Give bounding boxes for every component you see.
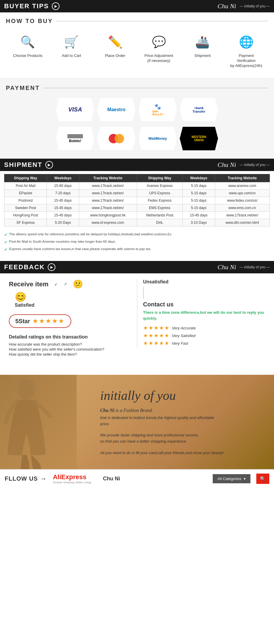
how-to-buy-title: HOW TO BUY	[6, 18, 268, 24]
search-button[interactable]: 🔍	[256, 474, 269, 484]
note-2: ✔ Post Air Mail to South Amerian countri…	[4, 239, 270, 246]
step-shipment: 🚢 Shipment	[186, 33, 219, 58]
feedback-left-col: Receive item ↙ ↗ 😕 😊 Satisfied 5Star ★★★…	[9, 279, 131, 357]
table-row: EPacket 7-20 days www.17track.net/en/ UP…	[4, 189, 270, 197]
cell: 15-60 days	[47, 182, 79, 189]
table-header-row: Shipping Way Weekdays Tracking Website S…	[4, 174, 270, 182]
cell: www.sf-express.com	[79, 219, 137, 226]
qiwi-label: QIWIWALLET	[152, 110, 163, 116]
step-add-to-cart: 🛒 Add to Cart	[55, 33, 88, 58]
play-button[interactable]: ▶	[52, 2, 60, 10]
shipment-header: SHIPMENT ▶ Chu Ni — initially of you —	[0, 159, 274, 171]
check-icon-2: ✔	[4, 239, 8, 246]
receive-item-label: Receive item	[9, 280, 49, 288]
cell: EPacket	[4, 189, 47, 197]
choose-products-label: Choose Products	[13, 53, 42, 58]
shipment-notes: ✔ The dilivery speed only for reference,…	[0, 229, 274, 255]
qiwi-icon: 🐾	[154, 104, 161, 110]
shipment-table-wrap: Shipping Way Weekdays Tracking Website S…	[0, 171, 274, 229]
five-star-label: 5Star	[15, 318, 30, 325]
cell: Fedex Express	[137, 197, 183, 204]
aliexpress-name: AliExpress	[53, 473, 86, 481]
feedback-inner: Receive item ↙ ↗ 😕 😊 Satisfied 5Star ★★★…	[0, 273, 274, 368]
shipment-play-button[interactable]: ▶	[45, 161, 53, 169]
vertical-line	[143, 287, 143, 299]
cell: Netherlands Post	[137, 211, 183, 219]
payment-verification-label: Payment Verificationby AliExpress(24h)	[230, 53, 263, 68]
feedback-header: FEEDBACK ▶ Chu Ni — initially of you —	[0, 261, 274, 273]
check-icon-3: ✔	[4, 246, 8, 253]
feedback-brand-logo: Chu Ni	[217, 263, 236, 271]
payment-title: PAYMENT	[6, 85, 268, 91]
detailed-ratings: Detailed ratings on this transaction How…	[9, 334, 131, 356]
five-star-section: 5Star ★★★★★	[9, 311, 131, 331]
step-place-order: ✏️ Place Order	[99, 33, 131, 58]
add-to-cart-label: Add to Cart	[62, 53, 81, 58]
cell: 5-15 days	[183, 197, 215, 204]
col-weekdays-2: Weekdays	[183, 174, 215, 182]
col-tracking-2: Tracking Website	[215, 174, 270, 182]
maestro-logo: Maestro	[107, 107, 125, 112]
label-very-fast: Very Fast	[172, 341, 188, 346]
arrow-down-left: ↙	[55, 282, 58, 286]
step-price-adjustment: 💬 Price Adjustment(if necessary)	[143, 33, 175, 63]
payment-verification-icon: 🌐	[237, 33, 255, 51]
shipment-brand-tagline: — initially of you —	[240, 163, 270, 167]
rating-question-3: How quickly did the seller ship the item…	[9, 352, 131, 356]
satisfied-emoji: 😊	[15, 291, 27, 303]
note-text-2: Post Air Mail to South Amerian countries…	[9, 239, 116, 245]
qiwi-content: 🐾 QIWIWALLET	[152, 104, 163, 116]
satisfied-section: 😊 Satisfied	[15, 291, 131, 308]
table-row: Post Air Mail 15-60 days www.17track.net…	[4, 182, 270, 189]
boleto-barcode	[68, 134, 82, 138]
cell: SF Express	[4, 219, 47, 226]
follow-us-arrow: →	[39, 474, 47, 483]
stars-accurate: ★★★★★	[143, 325, 170, 331]
price-adjustment-icon: 💬	[150, 33, 168, 51]
bank-transfer-hex: ≡bankTransfer	[180, 98, 218, 121]
cell: 15-45 days	[47, 197, 79, 204]
table-row: Sweden Post 15-45 days www.17track.net/e…	[4, 204, 270, 211]
five-star-box: 5Star ★★★★★	[9, 314, 71, 328]
cell: Sweden Post	[4, 204, 47, 211]
satisfied-label: Satisfied	[15, 303, 34, 308]
cell: www.hongkongpost.hk	[79, 211, 137, 219]
cell: www.17track.net/en/	[215, 211, 270, 219]
shipment-title: SHIPMENT	[4, 161, 42, 169]
visa-hex: VISA	[56, 98, 94, 121]
dropdown-arrow-icon: ▾	[244, 477, 246, 481]
cell: www.17track.net/en/	[79, 189, 137, 197]
fashion-main-title: initially of you	[100, 388, 265, 403]
col-weekdays-1: Weekdays	[47, 174, 79, 182]
shipment-label: Shipment	[194, 53, 211, 58]
unsatisfied-label: Unsatisfied	[143, 279, 169, 284]
feedback-play-button[interactable]: ▶	[48, 263, 55, 271]
note-3: ✔ Express usually have customs tax issue…	[4, 246, 270, 253]
stars-fast: ★★★★★	[143, 340, 170, 346]
rating-question-1: How accurate was the product description…	[9, 342, 131, 346]
step-choose-products: 🔍 Choose Products	[11, 33, 44, 58]
all-categories-btn[interactable]: All Categories ▾	[213, 474, 250, 483]
follow-us-label: FLLOW US →	[5, 474, 47, 483]
follow-us-bar: FLLOW US → AliExpress Smarter Shopping, …	[0, 469, 274, 487]
step-payment-verification: 🌐 Payment Verificationby AliExpress(24h)	[230, 33, 263, 68]
search-icon: 🔍	[260, 476, 266, 481]
aliexpress-tagline: Smarter Shopping, Better Living!	[53, 481, 91, 484]
fashion-brand-intro: Chu Ni is a Fashion Brand.	[100, 408, 265, 413]
webmoney-hex: WebMoney	[138, 127, 177, 150]
brand-logo: Chu Ni	[217, 2, 236, 10]
cell: UPS Express	[137, 189, 183, 197]
western-union-hex: WESTERNUNION	[180, 127, 218, 150]
brand-tagline: — initially of you —	[240, 4, 270, 8]
cell: 5-15 days	[183, 189, 215, 197]
qiwi-hex: 🐾 QIWIWALLET	[138, 98, 177, 121]
choose-products-icon: 🔍	[19, 33, 37, 51]
label-very-accurate: Very Accurate	[172, 326, 196, 330]
star-rating-fast: ★★★★★ Very Fast	[143, 340, 265, 346]
fashion-desc-1: that is dedicated to hottest trends,the …	[100, 415, 224, 427]
buyer-tips-header: BUYER TIPS ▶ Chu Ni — initially of you —	[0, 0, 274, 12]
aliexpress-logo: AliExpress Smarter Shopping, Better Livi…	[53, 473, 91, 484]
cell: Post Air Mail	[4, 182, 47, 189]
cell: 15-45 days	[47, 211, 79, 219]
boleto-label: Boleto!	[69, 139, 81, 143]
